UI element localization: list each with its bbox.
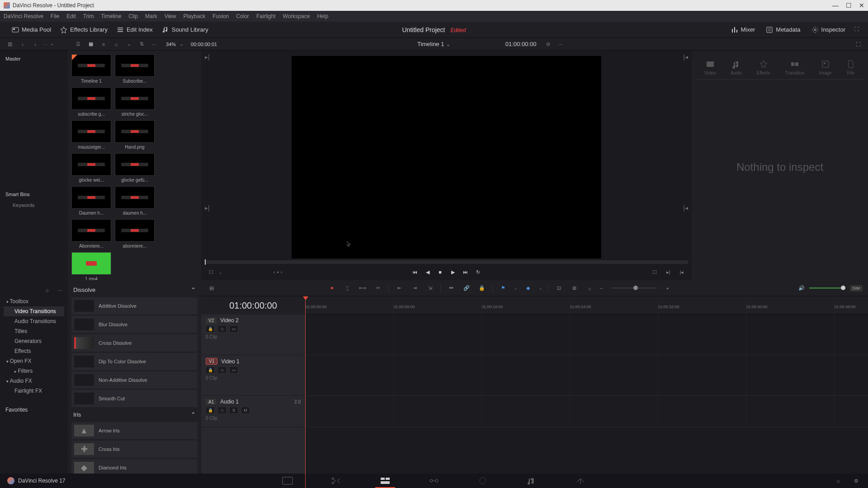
- track-header[interactable]: A1Audio 12.0🔒◇SM0 Clip: [201, 396, 305, 427]
- viewer-more-button[interactable]: ···: [556, 40, 565, 49]
- tree-filters[interactable]: Filters: [4, 366, 64, 376]
- fx-item[interactable]: Dip To Color Dissolve: [71, 353, 198, 370]
- bin-view-button[interactable]: ▥: [5, 40, 14, 49]
- viewer-expand-left-icon[interactable]: ▸|: [205, 204, 210, 211]
- maximize-button[interactable]: ☐: [846, 2, 852, 9]
- insert-button[interactable]: ⇤: [394, 283, 404, 293]
- fx-item[interactable]: ▲Arrow Iris: [71, 422, 198, 439]
- media-item[interactable]: abonniere...: [115, 219, 155, 249]
- track-tag[interactable]: V1: [206, 358, 217, 365]
- master-bin[interactable]: Master: [4, 54, 64, 63]
- viewer-scrubber[interactable]: [205, 260, 688, 264]
- expand-button[interactable]: ⛶: [854, 40, 863, 49]
- page-color[interactable]: [476, 476, 489, 485]
- fx-group-dissolve[interactable]: Dissolve⌃: [71, 284, 198, 296]
- track-lane-a1[interactable]: [305, 396, 868, 427]
- lock-button[interactable]: 🔒: [477, 283, 487, 293]
- tree-toolbox[interactable]: Toolbox: [4, 296, 64, 306]
- fx-group-iris[interactable]: Iris⌃: [71, 408, 198, 421]
- fx-search-button[interactable]: ⌕: [42, 286, 52, 295]
- inspector-tab-audio[interactable]: Audio: [731, 60, 742, 75]
- playhead[interactable]: [305, 296, 306, 488]
- nav-back-button[interactable]: ‹: [18, 40, 27, 49]
- stop-button[interactable]: ■: [436, 267, 445, 277]
- track-tag[interactable]: V2: [206, 318, 217, 324]
- inspector-tab-effects[interactable]: Effects: [756, 60, 770, 75]
- menu-file[interactable]: File: [51, 13, 59, 19]
- detail-zoom-button[interactable]: ⊞: [569, 283, 579, 293]
- track-disable-button[interactable]: ▭: [229, 325, 238, 333]
- volume-icon[interactable]: 🔊: [798, 285, 805, 291]
- minimize-button[interactable]: —: [832, 2, 839, 9]
- smart-bins-header[interactable]: Smart Bins: [4, 190, 64, 199]
- track-lock-button[interactable]: 🔒: [206, 407, 215, 414]
- media-item[interactable]: 1.mp4: [71, 252, 111, 282]
- zoom-to-fit-button[interactable]: ⊡: [554, 283, 564, 293]
- track-solo-button[interactable]: S: [229, 407, 238, 414]
- track-mute-button[interactable]: M: [241, 407, 250, 414]
- inspector-tab-transition[interactable]: Transition: [785, 60, 805, 75]
- track-auto-button[interactable]: ◇: [217, 325, 226, 333]
- fx-item[interactable]: Cross Dissolve: [71, 334, 198, 352]
- page-media[interactable]: [281, 476, 294, 485]
- fx-item[interactable]: Non-Additive Dissolve: [71, 371, 198, 389]
- loop-button[interactable]: ↻: [474, 267, 483, 277]
- viewer-collapse-left-icon[interactable]: ▸|: [205, 53, 210, 61]
- inspector-tab-file[interactable]: File: [846, 60, 855, 75]
- track-lane-v2[interactable]: [305, 314, 868, 355]
- tree-openfx[interactable]: Open FX: [4, 356, 64, 366]
- menu-trim[interactable]: Trim: [83, 13, 94, 19]
- jog-button[interactable]: •: [277, 269, 279, 275]
- next-edit-button[interactable]: ›: [281, 269, 283, 275]
- dim-button[interactable]: DIM: [850, 285, 863, 291]
- tree-fairlightfx[interactable]: Fairlight FX: [4, 386, 64, 396]
- zoom-out-button[interactable]: −: [600, 286, 603, 291]
- media-item[interactable]: Daumen h...: [71, 186, 111, 216]
- page-deliver[interactable]: [574, 476, 587, 485]
- nav-fwd-button[interactable]: ›: [31, 40, 40, 49]
- zoom-slider[interactable]: [612, 287, 657, 289]
- tree-effects[interactable]: Effects: [4, 346, 64, 356]
- menu-workspace[interactable]: Workspace: [283, 13, 310, 19]
- zoom-value[interactable]: 34%: [166, 42, 176, 47]
- media-item[interactable]: mauszeiger...: [71, 120, 111, 150]
- menu-fusion[interactable]: Fusion: [212, 13, 229, 19]
- timeline-ruler[interactable]: 01:00:00:0001:00:08:0001:00:16:0001:00:2…: [305, 296, 868, 314]
- media-item[interactable]: glocke gefü...: [115, 153, 155, 183]
- marker-button[interactable]: ◆: [523, 283, 533, 293]
- viewer-expand-right-icon[interactable]: |◂: [683, 204, 688, 211]
- sort-button[interactable]: ⇅: [137, 40, 146, 49]
- go-end-button[interactable]: ⏭: [461, 267, 470, 277]
- timeline-name-dropdown[interactable]: Timeline 1 ⌄: [417, 41, 451, 47]
- tree-audiofx[interactable]: Audio FX: [4, 376, 64, 386]
- media-item[interactable]: daumen h...: [115, 186, 155, 216]
- tree-audio-transitions[interactable]: Audio Transitions: [4, 316, 64, 326]
- settings-button[interactable]: ⚙: [852, 476, 861, 485]
- media-item[interactable]: striche gloc...: [115, 87, 155, 117]
- menu-playback[interactable]: Playback: [183, 13, 205, 19]
- timeline-view-button[interactable]: ▤: [207, 283, 217, 293]
- volume-slider[interactable]: [809, 287, 845, 289]
- search-button[interactable]: ⌕: [112, 40, 121, 49]
- blade-all-button[interactable]: ✏: [446, 283, 456, 293]
- track-auto-button[interactable]: ◇: [217, 366, 226, 374]
- close-button[interactable]: ✕: [859, 2, 864, 9]
- menu-timeline[interactable]: Timeline: [101, 13, 121, 19]
- track-lock-button[interactable]: 🔒: [206, 325, 215, 333]
- inspector-tab-video[interactable]: Video: [704, 60, 716, 75]
- timeline-tracks[interactable]: 01:00:00:0001:00:08:0001:00:16:0001:00:2…: [305, 296, 868, 488]
- page-fairlight[interactable]: [525, 476, 538, 485]
- media-item[interactable]: Subscribe...: [115, 54, 155, 84]
- link-button[interactable]: 🔗: [462, 283, 472, 293]
- inspector-tab-image[interactable]: Image: [819, 60, 832, 75]
- page-cut[interactable]: [330, 476, 343, 485]
- fx-more-button[interactable]: ···: [55, 286, 64, 295]
- zoom-in-button[interactable]: +: [666, 286, 669, 291]
- track-tag[interactable]: A1: [206, 399, 217, 405]
- fx-item[interactable]: ✚Cross Iris: [71, 441, 198, 458]
- page-fusion[interactable]: [428, 476, 440, 485]
- record-timecode[interactable]: 01:00:00:00: [505, 41, 537, 47]
- match-frame-button[interactable]: ☐: [207, 267, 216, 277]
- mixer-toggle[interactable]: Mixer: [726, 24, 760, 35]
- list-view-button[interactable]: ☰: [74, 40, 83, 49]
